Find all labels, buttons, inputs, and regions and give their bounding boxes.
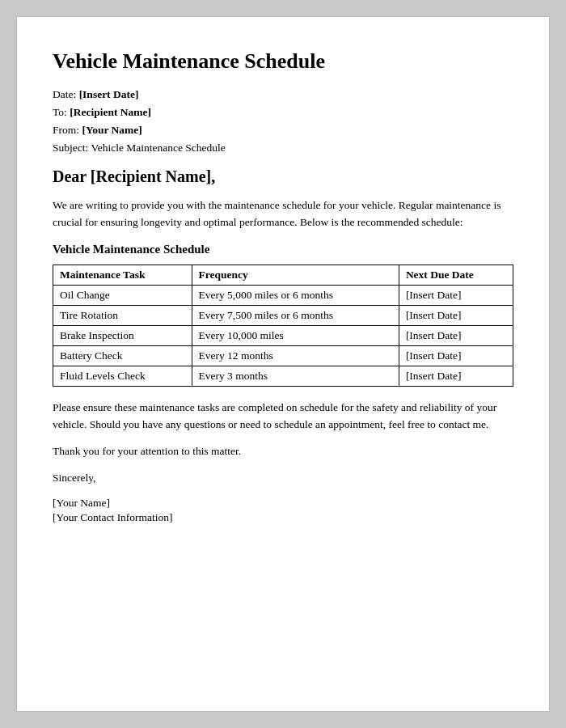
intro-paragraph: We are writing to provide you with the m… (53, 197, 513, 231)
table-cell-0-2: [Insert Date] (399, 285, 513, 305)
table-row: Brake InspectionEvery 10,000 miles[Inser… (53, 325, 513, 345)
table-row: Battery CheckEvery 12 months[Insert Date… (53, 345, 513, 366)
table-cell-2-0: Brake Inspection (53, 325, 192, 345)
table-row: Fluid Levels CheckEvery 3 months[Insert … (53, 366, 513, 386)
signature-block: [Your Name] [Your Contact Information] (53, 497, 513, 524)
table-row: Tire RotationEvery 7,500 miles or 6 mont… (53, 305, 513, 325)
section-heading: Vehicle Maintenance Schedule (53, 243, 513, 256)
to-label: To: (53, 106, 67, 118)
from-label: From: (53, 124, 79, 136)
col-header-task: Maintenance Task (53, 265, 192, 285)
table-cell-2-2: [Insert Date] (399, 325, 513, 345)
col-header-due-date: Next Due Date (399, 265, 513, 285)
closing-section: Please ensure these maintenance tasks ar… (53, 400, 513, 524)
maintenance-table: Maintenance Task Frequency Next Due Date… (53, 265, 513, 387)
greeting: Dear [Recipient Name], (53, 167, 513, 186)
table-cell-4-2: [Insert Date] (399, 366, 513, 386)
to-value: [Recipient Name] (70, 106, 151, 118)
closing-paragraph: Please ensure these maintenance tasks ar… (53, 400, 513, 434)
table-row: Oil ChangeEvery 5,000 miles or 6 months[… (53, 285, 513, 305)
sincerely: Sincerely, (53, 470, 513, 487)
meta-from: From: [Your Name] (53, 124, 513, 137)
table-cell-3-0: Battery Check (53, 345, 192, 366)
table-cell-1-1: Every 7,500 miles or 6 months (192, 305, 399, 325)
table-cell-3-2: [Insert Date] (399, 345, 513, 366)
subject-label: Subject: (53, 142, 88, 154)
from-value: [Your Name] (82, 124, 142, 136)
col-header-frequency: Frequency (192, 265, 399, 285)
meta-to: To: [Recipient Name] (53, 106, 513, 119)
meta-date: Date: [Insert Date] (53, 88, 513, 101)
signature-contact: [Your Contact Information] (53, 511, 513, 524)
table-cell-4-0: Fluid Levels Check (53, 366, 192, 386)
table-cell-1-2: [Insert Date] (399, 305, 513, 325)
date-value: [Insert Date] (79, 88, 139, 100)
table-cell-2-1: Every 10,000 miles (192, 325, 399, 345)
date-label: Date: (53, 88, 76, 100)
table-cell-0-1: Every 5,000 miles or 6 months (192, 285, 399, 305)
table-cell-4-1: Every 3 months (192, 366, 399, 386)
table-cell-0-0: Oil Change (53, 285, 192, 305)
table-cell-1-0: Tire Rotation (53, 305, 192, 325)
document-title: Vehicle Maintenance Schedule (53, 49, 513, 74)
signature-name: [Your Name] (53, 497, 513, 510)
document: Vehicle Maintenance Schedule Date: [Inse… (16, 16, 550, 712)
table-cell-3-1: Every 12 months (192, 345, 399, 366)
thank-you: Thank you for your attention to this mat… (53, 443, 513, 460)
meta-subject: Subject: Vehicle Maintenance Schedule (53, 142, 513, 154)
table-header-row: Maintenance Task Frequency Next Due Date (53, 265, 513, 285)
subject-value: Vehicle Maintenance Schedule (91, 142, 225, 154)
